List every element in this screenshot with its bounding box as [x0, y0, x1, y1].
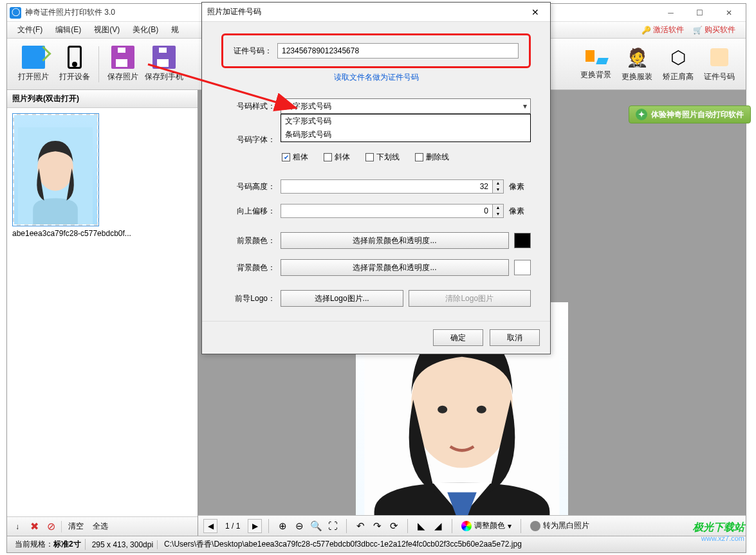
spin-down-icon[interactable]: ▼: [493, 187, 503, 193]
ok-button[interactable]: 确定: [433, 329, 483, 346]
clear-logo-button[interactable]: 清除Logo图片: [409, 290, 531, 307]
height-label: 号码高度：: [221, 181, 275, 192]
menu-edit[interactable]: 编辑(E): [49, 23, 88, 37]
style-label: 号码样式：: [221, 101, 275, 112]
change-clothes-button[interactable]: 🤵 更换服装: [617, 41, 657, 87]
open-photo-button[interactable]: 打开照片: [14, 41, 53, 87]
open-photo-icon: [22, 46, 45, 69]
fg-swatch: [514, 233, 531, 248]
svg-point-4: [438, 406, 447, 414]
select-all-button[interactable]: 全选: [90, 521, 111, 532]
zoom-in-button[interactable]: ⊕: [275, 519, 290, 533]
color-wheel-icon: [461, 521, 472, 531]
style-option-text[interactable]: 文字形式号码: [281, 114, 530, 128]
delete-button[interactable]: ✖: [28, 520, 41, 533]
dialog-title: 照片加证件号码: [207, 6, 526, 17]
dialog-close-button[interactable]: ✕: [526, 7, 545, 17]
logo-label: 前导Logo：: [221, 293, 275, 304]
toolbar-separator: [98, 46, 99, 82]
fix-shoulder-button[interactable]: ⬡ 矫正肩高: [658, 41, 698, 87]
spin-up-icon[interactable]: ▲: [493, 180, 503, 187]
adjust-color-button[interactable]: 调整颜色 ▾: [459, 520, 514, 531]
move-down-button[interactable]: ↓: [11, 520, 24, 533]
menu-spec[interactable]: 规: [165, 23, 185, 37]
sidebar-footer: ↓ ✖ ⊘ 清空 全选: [7, 516, 198, 536]
save-phone-icon: [152, 46, 176, 69]
clear-button[interactable]: 清空: [66, 521, 86, 532]
strike-checkbox[interactable]: 删除线: [415, 152, 449, 163]
menu-beautify[interactable]: 美化(B): [126, 23, 165, 37]
zoom-reset-button[interactable]: 🔍: [309, 519, 323, 533]
change-bg-button[interactable]: 更换背景: [576, 41, 616, 87]
open-device-button[interactable]: 打开设备: [55, 41, 95, 87]
menu-file[interactable]: 文件(F): [11, 23, 49, 37]
thumbnail-image: [14, 115, 97, 224]
fg-color-button[interactable]: 选择前景颜色和透明度...: [281, 232, 509, 249]
id-number-button[interactable]: 证件号码: [699, 41, 739, 87]
photo-thumbnail[interactable]: [12, 113, 99, 226]
delete-all-button[interactable]: ⊘: [44, 520, 57, 533]
experience-icon: ✦: [636, 109, 647, 120]
spin-down-icon[interactable]: ▼: [493, 211, 503, 217]
status-dims: 295 x 413, 300dpi: [88, 540, 158, 549]
page-next-button[interactable]: ▶: [248, 519, 262, 533]
style-select[interactable]: 文字形式号码 文字形式号码 条码形式号码: [281, 98, 531, 114]
reload-button[interactable]: ⟳: [387, 519, 401, 533]
activate-link[interactable]: 🔑 激活软件: [641, 24, 684, 35]
select-logo-button[interactable]: 选择Logo图片...: [281, 290, 403, 307]
rotate-right-button[interactable]: ↷: [370, 519, 384, 533]
height-spinner[interactable]: ▲▼: [281, 179, 504, 194]
height-input[interactable]: [281, 179, 493, 194]
device-icon: [63, 46, 86, 69]
bw-icon: [530, 521, 540, 531]
thumbnail-caption: abe1eea3ca79fc28-c577ebdcb0f...: [12, 229, 192, 238]
font-label: 号码字体：: [221, 134, 275, 145]
cart-icon: 🛒: [693, 26, 703, 35]
fit-button[interactable]: ⛶: [326, 519, 340, 533]
underline-checkbox[interactable]: 下划线: [365, 152, 400, 163]
maximize-button[interactable]: ☐: [685, 5, 714, 21]
id-highlight-box: 证件号码：: [221, 33, 531, 68]
save-photo-button[interactable]: 保存照片: [103, 41, 143, 87]
read-filename-link[interactable]: 读取文件名做为证件号码: [221, 72, 531, 83]
person-illustration: [18, 127, 93, 224]
zoom-out-button[interactable]: ⊖: [292, 519, 306, 533]
menu-view[interactable]: 视图(V): [88, 23, 126, 37]
status-spec: 当前规格：标准2寸: [11, 539, 86, 550]
offset-input[interactable]: [281, 204, 493, 218]
close-button[interactable]: ✕: [714, 5, 743, 21]
style-option-barcode[interactable]: 条码形式号码: [281, 128, 530, 141]
change-bg-icon: [584, 48, 607, 67]
page-prev-button[interactable]: ◀: [203, 519, 217, 533]
checkbox-icon: [365, 153, 374, 161]
id-input[interactable]: [277, 43, 519, 59]
offset-spinner[interactable]: ▲▼: [281, 204, 504, 218]
unit-label: 像素: [509, 206, 531, 217]
italic-checkbox[interactable]: 斜体: [324, 152, 350, 163]
checkbox-icon: [415, 153, 423, 161]
id-label: 证件号码：: [234, 46, 272, 57]
save-icon: [111, 46, 134, 69]
save-to-phone-button[interactable]: 保存到手机: [144, 41, 184, 87]
flip-h-button[interactable]: ◣: [414, 519, 429, 533]
status-path: C:\Users\香香\Desktop\abe1eea3ca79fc28-c57…: [160, 539, 742, 550]
rotate-left-button[interactable]: ↶: [353, 519, 367, 533]
spin-up-icon[interactable]: ▲: [493, 205, 503, 211]
buy-link[interactable]: 🛒 购买软件: [693, 24, 735, 35]
convert-bw-button[interactable]: 转为黑白照片: [528, 520, 592, 531]
bg-color-button[interactable]: 选择背景颜色和透明度...: [281, 259, 509, 276]
bg-label: 背景颜色：: [221, 262, 275, 273]
minimize-button[interactable]: ─: [656, 5, 685, 21]
sidebar-header: 照片列表(双击打开): [7, 90, 198, 108]
bg-swatch: [514, 260, 531, 275]
bold-checkbox[interactable]: ✔粗体: [282, 152, 308, 163]
chevron-down-icon: ▾: [508, 522, 512, 531]
cancel-button[interactable]: 取消: [490, 329, 540, 346]
offset-label: 向上偏移：: [221, 206, 275, 217]
flip-v-button[interactable]: ◢: [431, 519, 445, 533]
key-icon: 🔑: [641, 26, 651, 35]
canvas-toolbar: ◀ 1 / 1 ▶ ⊕ ⊖ 🔍 ⛶ ↶ ↷ ⟳ ◣ ◢ 调整颜色 ▾ 转为黑白照…: [198, 515, 746, 536]
pager-label: 1 / 1: [220, 522, 245, 531]
experience-button[interactable]: ✦ 体验神奇照片自动打印软件: [629, 105, 751, 123]
dialog-titlebar[interactable]: 照片加证件号码 ✕: [202, 3, 550, 22]
